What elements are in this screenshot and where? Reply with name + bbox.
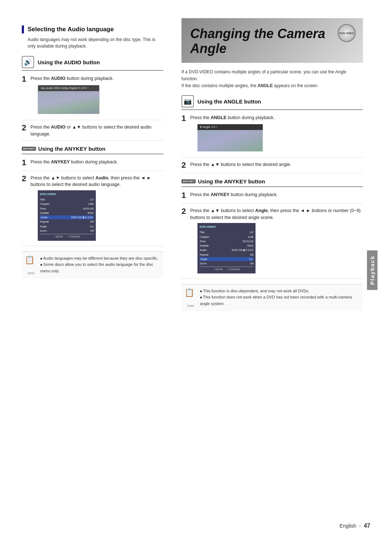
- angle-step-1: 1 Press the ANGLE button during playback…: [181, 114, 363, 158]
- note-text-right: This function is disc-dependent, and may…: [200, 288, 360, 307]
- audio-step-2: 2 Press the AUDIO or ▲▼ buttons to selec…: [22, 123, 163, 141]
- audio-bold-2: AUDIO: [51, 125, 65, 130]
- audio-step-1-content: Press the AUDIO button during playback. …: [30, 74, 163, 117]
- anykey-button-header-left: ANYKEY Using the ANYKEY button: [22, 146, 163, 154]
- angle-button-title: Using the ANGLE button: [197, 98, 261, 105]
- note-icon-right: 📋: [184, 288, 194, 297]
- audio-screen-body: [38, 91, 99, 114]
- anykey-bold-1-left: ANYKEY: [51, 159, 70, 165]
- audio-screen-mockup: ◄)) Audio ENG Dolby Digital 5.1CH ÷: [38, 85, 99, 114]
- angle-select-bold: Angle: [255, 208, 268, 213]
- dvd-row-chapter-left: Chapter1/6B: [40, 202, 94, 206]
- anykey-badge-right: ANYKEY: [181, 179, 196, 183]
- anykey-button-title-left: Using the ANYKEY button: [38, 146, 105, 152]
- anykey-step-1-right: 1 Press the ANYKEY button during playbac…: [181, 191, 363, 203]
- dvd-row-time-right: Time00:01:00: [200, 239, 253, 243]
- selecting-audio-desc: Audio languages may not work depending o…: [22, 36, 163, 49]
- dvd-row-repeat-left: RepeatOff: [40, 220, 94, 224]
- big-title-text: Changing the Camera Angle: [190, 26, 354, 56]
- audio-button-title: Using the AUDIO button: [38, 59, 100, 65]
- using-angle-button-section: 📷 Using the ANGLE button 1 Press the ANG…: [181, 95, 363, 173]
- note-text-left: Audio languages may be different because…: [40, 255, 160, 275]
- dvd-row-chapter-right: Chapter1/3B: [200, 235, 253, 239]
- dvd-row-title-right: Title1/2: [200, 230, 253, 234]
- using-anykey-button-section-right: ANYKEY Using the ANYKEY button 1 Press t…: [181, 178, 363, 279]
- anykey-step-2-content-left: Press the ▲▼ buttons to select Audio, th…: [30, 174, 163, 243]
- footer-page: 47: [364, 523, 370, 529]
- dvd-bottom-bar-left: ÷ MOVE ↔ CHANGE: [40, 234, 94, 239]
- big-title-box: Changing the Camera Angle DVD-VIDEO: [181, 18, 363, 63]
- footer-language: English: [340, 523, 356, 529]
- audio-button-header: 🔊 Using the AUDIO button: [22, 56, 163, 71]
- selecting-audio-title: Selecting the Audio language: [28, 26, 114, 33]
- using-anykey-button-section-left: ANYKEY Using the ANYKEY button 1 Press t…: [22, 146, 163, 246]
- dvd-video-badge: DVD-VIDEO: [338, 24, 356, 42]
- dvd-row-audio-right: AudioENG DD◑ 5.1CH: [200, 248, 253, 252]
- anykey-badge-left: ANYKEY: [22, 147, 36, 151]
- audio-bold-1: AUDIO: [51, 76, 65, 81]
- anykey-button-title-right: Using the ANYKEY button: [198, 178, 265, 184]
- audio-screen-bar: ◄)) Audio ENG Dolby Digital 5.1CH ÷: [38, 85, 99, 91]
- dvd-title-bar-left: DVD-VIDEO: [40, 192, 94, 196]
- angle-step-1-content: Press the ANGLE button during playback. …: [190, 114, 363, 154]
- anykey-step-num-1-right: 1: [181, 191, 190, 200]
- step-number-2: 2: [22, 123, 30, 133]
- anykey-step-1-content-right: Press the ANYKEY button during playback.: [190, 191, 363, 198]
- dvd-row-zoom-left: ZoomOff: [40, 229, 94, 233]
- anykey-step-num-1-left: 1: [22, 158, 30, 167]
- note-label-right: Note: [187, 304, 194, 308]
- anykey-button-header-right: ANYKEY Using the ANYKEY button: [181, 178, 363, 187]
- playback-sidebar-tab: Playback: [367, 250, 377, 290]
- footer-dash: -: [359, 523, 361, 529]
- dvd-row-time-left: Time00:01:00: [40, 207, 94, 211]
- note-box-left: 📋 Note Audio languages may be different …: [22, 251, 163, 279]
- note-box-right: 📋 Note This function is disc-dependent, …: [181, 284, 363, 311]
- dvd-info-box-left: DVD-VIDEO Title1/2 Chapter1/6B Time00:01…: [38, 190, 96, 241]
- selecting-audio-heading: Selecting the Audio language: [22, 25, 163, 33]
- angle-bold: ANGLE: [257, 83, 273, 88]
- angle-button-header: 📷 Using the ANGLE button: [181, 95, 363, 110]
- angle-bold-1: ANGLE: [211, 115, 226, 120]
- angle-screen-bar: ⊕ Angle 1:0 ÷: [197, 124, 263, 130]
- anykey-step-1-content-left: Press the ANYKEY button during playback.: [30, 158, 163, 166]
- dvd-row-angle-left: Angle1/1: [40, 224, 94, 228]
- step-number-1: 1: [22, 74, 30, 84]
- left-column: Selecting the Audio language Audio langu…: [0, 15, 174, 525]
- dvd-title-bar-right: DVD-VIDEO: [200, 225, 253, 229]
- anykey-audio-bold: Audio: [95, 175, 108, 180]
- blue-bar-icon: [22, 25, 24, 33]
- anykey-bold-1-right: ANYKEY: [211, 192, 229, 197]
- dvd-bottom-bar-right: ÷ MOVE ↔ CHANGE: [200, 267, 253, 272]
- anykey-step-2-right: 2 Press the ▲▼ buttons to select Angle, …: [181, 207, 363, 279]
- dvd-row-subtitle-right: SubtitleENG: [200, 244, 253, 248]
- anykey-step-num-2-left: 2: [22, 174, 30, 183]
- audio-button-icon: 🔊: [22, 56, 34, 68]
- angle-button-icon: 📷: [181, 95, 194, 107]
- dvd-row-angle-right: Angle1:1: [200, 257, 253, 261]
- dvd-info-box-right: DVD-VIDEO Title1/2 Chapter1/3B Time00:01…: [197, 223, 256, 273]
- dvd-row-repeat-right: RepeatOff: [200, 253, 253, 257]
- angle-step-num-2: 2: [181, 161, 190, 170]
- dvd-row-title-left: Title1/2: [40, 198, 94, 202]
- anykey-step-2-content-right: Press the ▲▼ buttons to select Angle, th…: [190, 207, 363, 276]
- angle-step-num-1: 1: [181, 114, 190, 123]
- note-item-1-right: This function is disc-dependent, and may…: [200, 288, 360, 295]
- angle-screen-mockup: ⊕ Angle 1:0 ÷: [197, 124, 263, 151]
- dvd-row-subtitle-left: SubtitleENG: [40, 211, 94, 215]
- audio-step-1: 1 Press the AUDIO button during playback…: [22, 74, 163, 120]
- angle-step-2-content: Press the ▲▼ buttons to select the desir…: [190, 161, 363, 168]
- anykey-step-1-left: 1 Press the ANYKEY button during playbac…: [22, 158, 163, 171]
- page: Selecting the Audio language Audio langu…: [0, 0, 392, 540]
- note-item-2-left: Some discs allow you to select the audio…: [40, 261, 160, 274]
- note-item-1-left: Audio languages may be different because…: [40, 255, 160, 262]
- dvd-row-zoom-right: ZoomOff: [200, 261, 253, 265]
- right-column: Changing the Camera Angle DVD-VIDEO If a…: [174, 15, 377, 525]
- note-item-2-right: This function does not work when a DVD h…: [200, 294, 360, 307]
- anykey-step-num-2-right: 2: [181, 207, 190, 216]
- note-icon-left: 📋: [25, 255, 34, 265]
- dvd-row-audio-left: AudioENG DD◑ 5.1CH: [40, 215, 94, 219]
- audio-step-2-content: Press the AUDIO or ▲▼ buttons to select …: [30, 123, 163, 138]
- using-audio-button-section: 🔊 Using the AUDIO button 1 Press the AUD…: [22, 56, 163, 141]
- right-intro: If a DVD-VIDEO contains multiple angles …: [181, 69, 363, 90]
- angle-step-2: 2 Press the ▲▼ buttons to select the des…: [181, 161, 363, 173]
